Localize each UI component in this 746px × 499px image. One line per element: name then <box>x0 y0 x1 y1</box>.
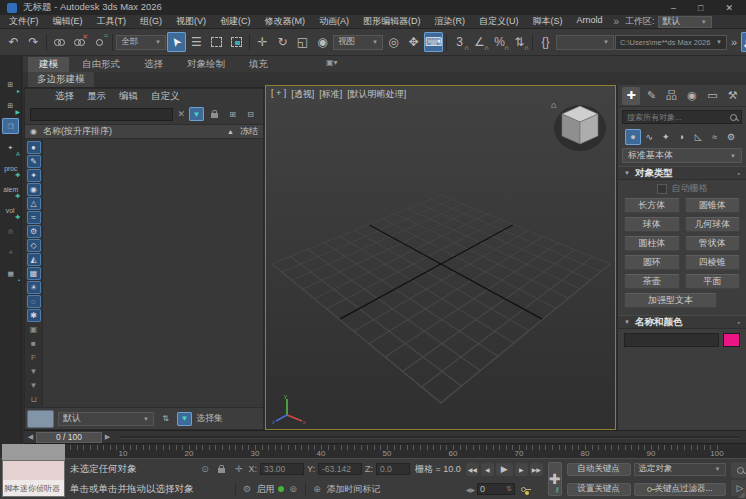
next-frame-icon[interactable]: ▶ <box>102 433 113 441</box>
time-tag-icon[interactable]: ⊕ <box>311 483 324 496</box>
explorer-filter-icon[interactable]: ◌ <box>27 295 41 308</box>
snap-toggle-3d[interactable]: 3∩ <box>450 32 469 52</box>
object-search-input[interactable]: 搜索所有对象... <box>622 110 742 124</box>
arnold-toolbar-icon[interactable]: proc✚ <box>2 160 19 176</box>
toolbar-overflow-icon[interactable]: » <box>728 36 740 48</box>
edit-named-sets-button[interactable]: {} <box>536 32 555 52</box>
create-category-icon[interactable]: ✦ <box>658 129 674 145</box>
next-frame-button[interactable]: ▶ <box>515 463 528 476</box>
create-selection-set-icon[interactable]: ▼ <box>177 412 192 426</box>
object-name-input[interactable] <box>624 333 719 347</box>
go-to-start-button[interactable]: ◀◀ <box>466 463 479 476</box>
link-icon[interactable] <box>50 32 69 52</box>
arnold-toolbar-icon[interactable]: alem✚ <box>2 181 19 197</box>
isolate-selection-toggle[interactable]: ⊙ <box>199 463 212 476</box>
explorer-filter-icon[interactable]: ≈ <box>27 211 41 224</box>
explorer-filter-icon[interactable]: ■ <box>27 337 41 350</box>
key-filters-button[interactable]: 关键点过滤器... <box>634 483 726 496</box>
explorer-search-input[interactable] <box>30 108 173 121</box>
collapse-all-icon[interactable]: ⊟ <box>243 107 258 121</box>
select-object-button[interactable]: ➤ <box>167 32 186 52</box>
time-slider-frame-box[interactable]: 0 / 100 <box>36 432 102 443</box>
current-frame-field[interactable]: 0 ⇅ <box>477 483 515 495</box>
ribbon-tab[interactable]: 建模 <box>28 57 69 72</box>
explorer-filter-icon[interactable]: ◭ <box>27 253 41 266</box>
explorer-preset-dropdown[interactable]: 默认▼ <box>58 412 154 426</box>
menu-item[interactable]: 工具(T) <box>90 15 134 28</box>
create-category-icon[interactable]: ◺ <box>690 129 706 145</box>
create-category-icon[interactable]: ⚙ <box>723 129 739 145</box>
explorer-filter-icon[interactable]: ● <box>27 141 41 154</box>
window-crossing-toggle[interactable] <box>227 32 246 52</box>
explorer-menu-item[interactable]: 编辑 <box>119 90 138 103</box>
explorer-filter-icon[interactable]: ▼ <box>27 379 41 392</box>
object-type-rollout[interactable]: ▼ 对象类型 ▪ <box>618 166 746 180</box>
object-type-button[interactable]: 茶壶 <box>624 274 680 289</box>
object-type-button[interactable]: 圆环 <box>624 255 680 270</box>
play-button[interactable]: ▶ <box>496 463 513 476</box>
frame-nudge-icon[interactable]: ◀▶ <box>466 486 475 493</box>
tab-display[interactable]: ▭ <box>703 87 721 105</box>
track-bar[interactable]: ≈ 102030405060708090100 <box>24 443 746 458</box>
render-setup-button[interactable]: ☕ <box>741 32 746 52</box>
select-and-rotate-button[interactable]: ↻ <box>273 32 292 52</box>
select-and-place-button[interactable]: ◉ <box>313 32 332 52</box>
explorer-filter-icon[interactable]: ⚙ <box>27 225 41 238</box>
project-folder-dropdown[interactable]: C:\Users\me**ds Max 2026▼ <box>615 35 727 50</box>
menu-item[interactable]: 创建(C) <box>213 15 258 28</box>
object-type-button[interactable]: 四棱锥 <box>685 255 741 270</box>
arnold-toolbar-icon[interactable]: ☀ <box>2 244 19 260</box>
z-coordinate-field[interactable]: 0.0 <box>376 463 410 475</box>
explorer-filter-icon[interactable]: ▦ <box>27 267 41 280</box>
select-and-move-button[interactable]: ✛ <box>253 32 272 52</box>
undo-button[interactable]: ↶ <box>4 32 23 52</box>
listener-pane[interactable]: 脚本迷你侦听器 <box>2 480 65 497</box>
tab-create[interactable]: ✚ <box>622 87 640 105</box>
explorer-corner-grip[interactable] <box>27 410 54 428</box>
sort-column-label[interactable]: 名称(按升序排序) <box>43 125 112 138</box>
object-type-button[interactable]: 长方体 <box>624 198 680 213</box>
menu-item[interactable]: 图形编辑器(D) <box>356 15 428 28</box>
time-slider[interactable]: ◀ 0 / 100 ▶ <box>24 430 746 443</box>
use-center-button[interactable]: ◎ <box>384 32 403 52</box>
arnold-toolbar-icon[interactable]: ⊞▶ <box>2 97 19 113</box>
explorer-menu-item[interactable]: 显示 <box>87 90 106 103</box>
create-category-icon[interactable]: ● <box>625 129 641 145</box>
explorer-filter-funnel-icon[interactable]: ▼ <box>189 107 204 121</box>
macro-recorder-pane[interactable] <box>2 460 65 480</box>
menu-item[interactable]: 脚本(S) <box>526 15 570 28</box>
menu-item[interactable]: 编辑(E) <box>46 15 90 28</box>
time-slider-groove[interactable] <box>119 436 740 439</box>
maximize-button[interactable]: □ <box>698 3 703 13</box>
x-coordinate-field[interactable]: 33.00 <box>260 463 304 475</box>
arnold-toolbar-icon[interactable]: vol✚ <box>2 202 19 218</box>
resize-grip-icon[interactable]: ◢ <box>738 489 745 499</box>
ribbon-tab[interactable]: 选择 <box>133 57 174 72</box>
perspective-viewport[interactable]: [ + ][透视][标准][默认明暗处理] ▼ ⌂ y x z <box>265 85 616 430</box>
maxscript-mini-listener[interactable]: 脚本迷你侦听器 <box>2 444 65 497</box>
object-type-button[interactable]: 圆柱体 <box>624 236 680 251</box>
explorer-menu-item[interactable]: 自定义 <box>151 90 180 103</box>
ribbon-tab[interactable]: 自由形式 <box>71 57 131 72</box>
select-and-manipulate-button[interactable]: ✥ <box>404 32 423 52</box>
close-button[interactable]: ✕ <box>725 3 733 13</box>
redo-button[interactable]: ↷ <box>24 32 43 52</box>
ribbon-config-icon[interactable]: ▣▾ <box>326 58 338 67</box>
zoom-button[interactable] <box>731 462 746 478</box>
explorer-filter-icon[interactable]: ◉ <box>27 183 41 196</box>
arnold-toolbar-icon[interactable]: ❐ <box>2 118 19 134</box>
arnold-toolbar-icon[interactable]: ⚙ <box>2 223 19 239</box>
object-type-button[interactable]: 球体 <box>624 217 680 232</box>
menu-item[interactable]: 渲染(R) <box>428 15 473 28</box>
workspace-dropdown[interactable]: 默认 ▼ <box>658 16 712 28</box>
bind-to-spacewarp-icon[interactable]: ≈ <box>90 32 109 52</box>
explorer-column-header[interactable]: ◉ 名称(按升序排序) ▲ 冻结 <box>25 124 263 139</box>
selected-objects-dropdown[interactable]: 选定对象▼ <box>634 463 726 476</box>
go-to-end-button[interactable]: ▶▶ <box>530 463 543 476</box>
object-type-button[interactable]: 平面 <box>685 274 741 289</box>
explorer-filter-icon[interactable]: ▣ <box>27 323 41 336</box>
explorer-filter-icon[interactable]: ◇ <box>27 239 41 252</box>
object-type-button[interactable]: 管状体 <box>685 236 741 251</box>
viewport-label[interactable]: [ + ] <box>271 88 286 101</box>
explorer-filter-icon[interactable]: ▼ <box>27 365 41 378</box>
